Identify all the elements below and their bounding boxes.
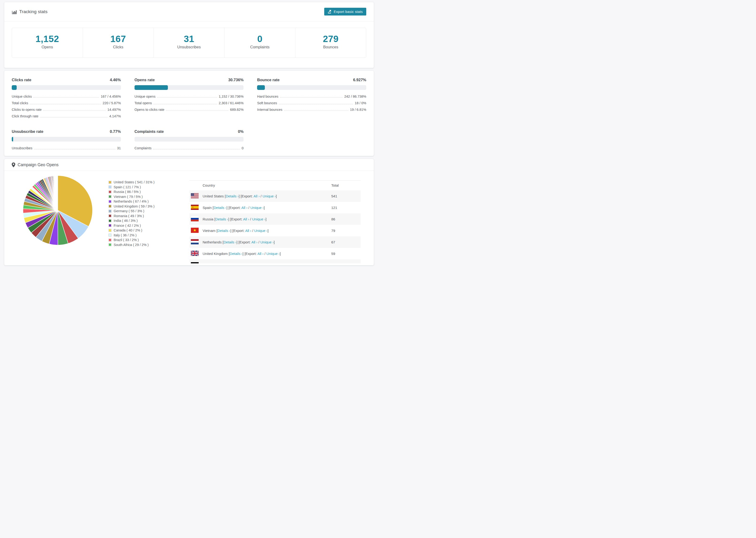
progress-bar [12,137,121,141]
rate-rows: Unsubscribes31 [12,146,121,150]
rate-row-opens-to-clicks-rate: Opens to clicks rate689.82% [135,108,244,112]
slash: / [247,206,250,210]
geo-pie-wrap [12,171,108,263]
export-unique-link[interactable]: Unique › [254,229,268,233]
country-name: Vietnam [203,229,216,233]
export-unique-link[interactable]: Unique › [256,263,269,263]
progress-bar [257,85,366,90]
legend-label: Germany ( 55 / 3% ) [114,209,144,213]
tracking-stats-card: Tracking stats Export basic stats 1,152O… [4,2,374,68]
rate-row-value: 2,303 / 61.446% [219,101,244,105]
progress-bar [135,137,244,141]
rate-row-label: Internal bounces [257,108,282,112]
flag-de-icon [191,262,199,263]
details-link[interactable]: Details › [214,206,227,210]
bracket: ] [274,240,275,244]
export-all-link[interactable]: All › [247,263,253,263]
slash: / [257,240,260,244]
rate-block-clicks-rate: Clicks rate4.46%Unique clicks167 / 4.456… [12,78,121,119]
geo-row-netherlands: Netherlands [Details ›] [Export: All › /… [189,237,361,248]
rate-row-click-through-rate: Click through rate4.147% [12,114,121,119]
stat-value-bounces: 279 [296,34,366,44]
rate-row-label: Unsubscribes [12,146,32,150]
geo-row-country-cell: United States [Details ›] [Export: All ›… [203,190,331,202]
legend-item-spain: Spain ( 121 / 7% ) [108,185,189,190]
stat-value-opens: 1,152 [12,34,82,44]
legend-item-netherlands: Netherlands ( 67 / 4% ) [108,199,189,204]
export-prefix: [Export: [230,217,243,221]
total-column-header: Total [331,181,361,190]
rate-row-label: Unique clicks [12,94,32,99]
legend-item-united-kingdom: United Kingdom ( 59 / 3% ) [108,204,189,209]
bracket: ] [276,194,277,198]
legend-swatch [108,181,112,184]
rate-row-value: 19 / 6.81% [350,108,366,112]
dotted-leader [157,97,217,98]
stats-summary-panel: 1,152Opens167Clicks31Unsubscribes0Compla… [12,28,366,58]
rate-title: Bounce rate [257,78,279,82]
rate-head-opens-rate: Opens rate30.736% [135,78,244,82]
country-column-header: Country [203,181,331,190]
geo-row-total: 86 [331,213,361,225]
export-all-link[interactable]: All › [245,229,251,233]
slash: / [251,229,254,233]
geo-row-total: 541 [331,190,361,202]
export-prefix: [Export: [232,229,245,233]
details-link[interactable]: Details › [226,194,239,198]
flag-nl-icon [191,239,199,244]
legend-label: Canada ( 40 / 2% ) [114,228,142,232]
rate-row-label: Clicks to opens rate [12,108,41,112]
rate-row-total-clicks: Total clicks220 / 5.87% [12,101,121,105]
legend-label: United States ( 541 / 31% ) [114,180,154,184]
export-unique-link[interactable]: Unique › [266,252,280,256]
geo-row-total: 67 [331,237,361,248]
bracket: [ [212,206,213,210]
geo-row-russia: Russia [Details ›] [Export: All › / Uniq… [189,213,361,225]
rate-percentage: 6.927% [353,78,366,82]
export-unique-link[interactable]: Unique › [250,206,264,210]
rate-row-total-opens: Total opens2,303 / 61.446% [135,101,244,105]
export-all-link[interactable]: All › [242,206,247,210]
geo-row-flag-cell [189,237,203,248]
legend-label: India ( 46 / 3% ) [114,219,137,223]
rate-row-value: 0 [242,146,243,150]
details-link[interactable]: Details › [224,240,237,244]
details-link[interactable]: Details › [230,252,243,256]
legend-label: France ( 42 / 2% ) [114,224,141,228]
legend-swatch [108,186,112,188]
flag-us-icon [191,193,199,198]
legend-swatch [108,214,112,217]
export-unique-link[interactable]: Unique › [262,194,276,198]
stat-complaints: 0Complaints [225,28,296,58]
export-basic-stats-button[interactable]: Export basic stats [324,8,366,16]
details-link[interactable]: Details › [215,217,228,221]
export-all-link[interactable]: All › [243,217,249,221]
page-title: Tracking stats [19,9,47,14]
rate-row-label: Opens to clicks rate [135,108,164,112]
geo-row-flag-cell [189,213,203,225]
export-all-link[interactable]: All › [253,194,260,198]
details-link[interactable]: Details › [217,229,230,233]
geo-title: Campaign Geo Opens [18,162,58,167]
rate-row-complaints: Complaints0 [135,146,244,150]
tracking-stats-header: Tracking stats Export basic stats [4,2,374,21]
rate-row-label: Total opens [135,101,152,105]
legend-item-germany: Germany ( 55 / 3% ) [108,209,189,214]
geo-row-vietnam: Vietnam [Details ›] [Export: All › / Uni… [189,225,361,237]
rate-block-unsubscribe-rate: Unsubscribe rate0.77%Unsubscribes31 [12,129,121,150]
export-unique-link[interactable]: Unique › [260,240,274,244]
export-all-link[interactable]: All › [257,252,263,256]
bracket: [ [217,263,219,263]
rate-title: Opens rate [135,78,155,82]
legend-swatch [108,200,112,203]
details-link[interactable]: Details › [219,263,232,263]
legend-item-canada: Canada ( 40 / 2% ) [108,228,189,233]
export-unique-link[interactable]: Unique › [252,217,266,221]
rate-row-label: Complaints [135,146,152,150]
export-all-link[interactable]: All › [251,240,257,244]
legend-swatch [108,219,112,222]
country-name: Netherlands [203,240,222,244]
legend-item-india: India ( 46 / 3% ) [108,218,189,223]
rate-row-value: 689.82% [230,108,243,112]
geo-row-flag-cell [189,202,203,213]
